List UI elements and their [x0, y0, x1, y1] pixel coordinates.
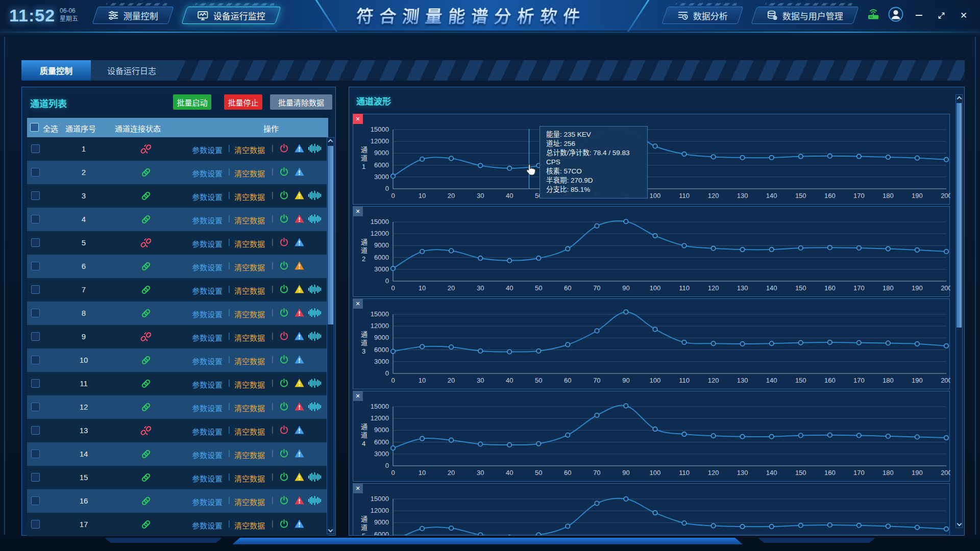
waveform-icon[interactable] — [308, 191, 322, 200]
waveform-icon[interactable] — [308, 472, 322, 482]
power-toggle[interactable] — [279, 331, 289, 341]
nav-measure-control[interactable]: 测量控制 — [92, 7, 174, 24]
power-toggle[interactable] — [279, 425, 289, 435]
clear-data-link[interactable]: 清空数据 — [234, 215, 265, 226]
maximize-button[interactable] — [934, 8, 948, 22]
clear-data-link[interactable]: 清空数据 — [234, 144, 265, 155]
power-toggle[interactable] — [279, 214, 289, 223]
params-link[interactable]: 参数设置 — [192, 168, 223, 179]
row-checkbox[interactable] — [31, 238, 40, 247]
tab-device-log[interactable]: 设备运行日志 — [91, 60, 173, 81]
row-checkbox[interactable] — [31, 191, 40, 200]
params-link[interactable]: 参数设置 — [192, 473, 223, 484]
row-checkbox[interactable] — [31, 262, 40, 270]
scroll-up-icon[interactable] — [328, 139, 333, 144]
clear-data-link[interactable]: 清空数据 — [234, 238, 265, 249]
chart-card-通道3[interactable]: ✕通道3030006000900012000150000102030405060… — [353, 298, 950, 389]
clear-data-link[interactable]: 清空数据 — [234, 449, 265, 460]
row-checkbox[interactable] — [31, 215, 40, 223]
clear-data-link[interactable]: 清空数据 — [234, 168, 265, 179]
power-toggle[interactable] — [279, 472, 289, 482]
waveform-icon[interactable] — [308, 332, 322, 341]
clear-data-link[interactable]: 清空数据 — [234, 473, 265, 484]
clear-data-link[interactable]: 清空数据 — [234, 426, 265, 437]
params-link[interactable]: 参数设置 — [192, 379, 223, 390]
waveform-icon[interactable] — [308, 214, 322, 223]
params-link[interactable]: 参数设置 — [192, 356, 223, 366]
row-checkbox[interactable] — [31, 356, 40, 364]
nav-device-monitor[interactable]: 设备运行监控 — [182, 7, 281, 24]
scroll-down-icon[interactable] — [328, 528, 333, 533]
power-toggle[interactable] — [279, 355, 289, 364]
chart-close-button[interactable]: ✕ — [353, 391, 363, 401]
power-toggle[interactable] — [279, 167, 289, 177]
power-toggle[interactable] — [279, 378, 289, 388]
params-link[interactable]: 参数设置 — [192, 403, 223, 413]
power-toggle[interactable] — [279, 143, 289, 153]
params-link[interactable]: 参数设置 — [192, 426, 223, 437]
clear-data-link[interactable]: 清空数据 — [234, 332, 265, 343]
clear-data-link[interactable]: 清空数据 — [234, 309, 265, 319]
power-toggle[interactable] — [279, 519, 289, 529]
power-toggle[interactable] — [279, 237, 289, 247]
chart-card-通道4[interactable]: ✕通道4030006000900012000150000102030405060… — [353, 391, 950, 482]
channel-table-scrollbar[interactable] — [327, 137, 334, 534]
nav-data-user-mgmt[interactable]: 数据与用户管理 — [751, 7, 859, 24]
scroll-up-icon[interactable] — [957, 96, 962, 102]
row-checkbox[interactable] — [31, 473, 40, 482]
waveform-icon[interactable] — [308, 144, 322, 153]
clear-data-link[interactable]: 清空数据 — [234, 285, 265, 296]
scroll-down-icon[interactable] — [957, 521, 962, 527]
row-checkbox[interactable] — [31, 426, 40, 435]
power-toggle[interactable] — [279, 402, 289, 411]
row-checkbox[interactable] — [31, 520, 40, 529]
clear-data-link[interactable]: 清空数据 — [234, 403, 265, 413]
params-link[interactable]: 参数设置 — [192, 496, 223, 507]
power-toggle[interactable] — [279, 284, 289, 294]
params-link[interactable]: 参数设置 — [192, 191, 223, 202]
batch-start-button[interactable]: 批量启动 — [173, 94, 211, 110]
clear-data-link[interactable]: 清空数据 — [234, 356, 265, 366]
chart-card-通道2[interactable]: ✕通道2030006000900012000150000102030405060… — [353, 206, 950, 297]
clear-data-link[interactable]: 清空数据 — [234, 520, 265, 531]
clear-data-link[interactable]: 清空数据 — [234, 379, 265, 390]
chart-close-button[interactable]: ✕ — [353, 483, 363, 493]
params-link[interactable]: 参数设置 — [192, 238, 223, 249]
batch-stop-button[interactable]: 批量停止 — [224, 94, 262, 110]
row-checkbox[interactable] — [31, 332, 40, 341]
power-toggle[interactable] — [279, 495, 289, 505]
row-checkbox[interactable] — [31, 285, 40, 294]
chart-close-button[interactable]: ✕ — [353, 298, 363, 309]
chart-close-button[interactable]: ✕ — [353, 206, 363, 216]
waveform-icon[interactable] — [308, 496, 322, 505]
row-checkbox[interactable] — [31, 496, 40, 505]
scrollbar-thumb[interactable] — [328, 146, 333, 324]
power-toggle[interactable] — [279, 308, 289, 317]
power-toggle[interactable] — [279, 448, 289, 458]
clear-data-link[interactable]: 清空数据 — [234, 191, 265, 202]
params-link[interactable]: 参数设置 — [192, 285, 223, 296]
waveform-icon[interactable] — [308, 379, 322, 388]
row-checkbox[interactable] — [31, 168, 40, 177]
charts-scrollbar[interactable] — [955, 94, 963, 528]
clear-data-link[interactable]: 清空数据 — [234, 496, 265, 507]
row-checkbox[interactable] — [31, 379, 40, 388]
minimize-button[interactable] — [912, 8, 926, 22]
params-link[interactable]: 参数设置 — [192, 332, 223, 343]
params-link[interactable]: 参数设置 — [192, 144, 223, 155]
chart-close-button[interactable]: ✕ — [353, 114, 363, 124]
row-checkbox[interactable] — [31, 309, 40, 317]
waveform-icon[interactable] — [308, 308, 322, 317]
chart-card-通道1[interactable]: ✕通道1030006000900012000150000102030405060… — [353, 114, 950, 205]
clear-data-link[interactable]: 清空数据 — [234, 262, 265, 272]
waveform-icon[interactable] — [308, 285, 322, 294]
tab-quality-control[interactable]: 质量控制 — [21, 60, 91, 81]
row-checkbox[interactable] — [31, 449, 40, 458]
nav-data-analysis[interactable]: 数据分析 — [662, 7, 743, 24]
params-link[interactable]: 参数设置 — [192, 309, 223, 319]
params-link[interactable]: 参数设置 — [192, 215, 223, 226]
scrollbar-thumb[interactable] — [957, 103, 962, 328]
close-button[interactable]: ✕ — [957, 8, 971, 22]
chart-card-通道5[interactable]: ✕通道5030006000900012000150000102030405060… — [353, 483, 950, 536]
params-link[interactable]: 参数设置 — [192, 449, 223, 460]
